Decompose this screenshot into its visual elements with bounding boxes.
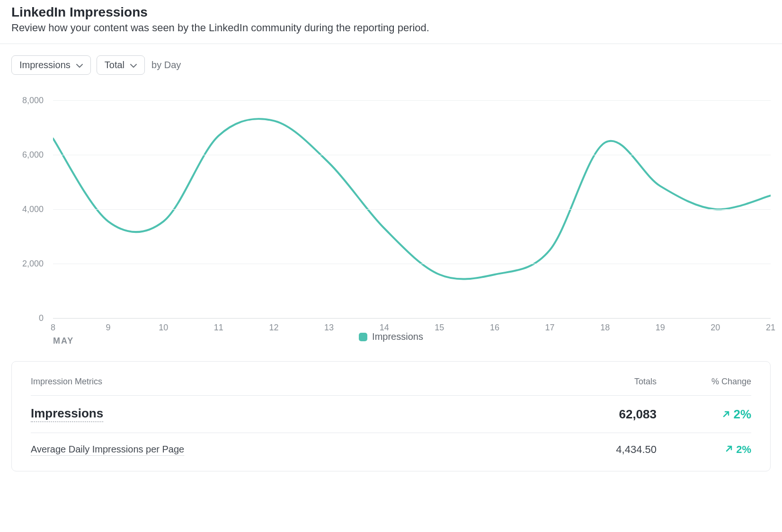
- total-dropdown-label: Total: [105, 60, 124, 71]
- y-axis: 02,0004,0006,0008,000: [11, 100, 48, 304]
- controls-row: Impressions Total by Day: [0, 44, 782, 75]
- page-subtitle: Review how your content was seen by the …: [11, 22, 771, 34]
- chevron-down-icon: [76, 60, 83, 71]
- page-root: LinkedIn Impressions Review how your con…: [0, 0, 782, 532]
- granularity-label: by Day: [151, 60, 181, 71]
- x-tick-label: 19: [656, 323, 665, 333]
- metrics-row: Impressions62,0832%: [31, 396, 751, 433]
- col-change-header: % Change: [657, 377, 751, 387]
- metric-dropdown-label: Impressions: [19, 60, 71, 71]
- x-tick-label: 18: [600, 323, 610, 333]
- col-total-header: Totals: [562, 377, 657, 387]
- metric-change-value: 2%: [733, 407, 751, 422]
- metric-change: 2%: [657, 443, 751, 456]
- gridline: [53, 209, 771, 210]
- y-tick-label: 4,000: [22, 204, 44, 214]
- series-line: [53, 119, 771, 279]
- metric-name: Impressions: [31, 406, 103, 422]
- gridline: [53, 264, 771, 264]
- total-dropdown[interactable]: Total: [97, 55, 145, 75]
- col-name-header: Impression Metrics: [31, 377, 562, 387]
- x-tick-label: 9: [106, 323, 111, 333]
- metric-change: 2%: [657, 407, 751, 422]
- metrics-card: Impression Metrics Totals % Change Impre…: [11, 361, 771, 471]
- arrow-up-icon: [725, 443, 733, 456]
- x-tick-label: 11: [214, 323, 223, 333]
- metric-dropdown[interactable]: Impressions: [11, 55, 91, 75]
- x-tick-label: 8: [51, 323, 55, 333]
- metrics-row: Average Daily Impressions per Page4,434.…: [31, 433, 751, 460]
- metric-change-value: 2%: [736, 443, 751, 456]
- page-title: LinkedIn Impressions: [11, 5, 771, 20]
- x-tick-label: 21: [766, 323, 775, 333]
- metric-name: Average Daily Impressions per Page: [31, 444, 184, 456]
- gridline: [53, 318, 771, 319]
- metric-total: 62,083: [562, 407, 657, 422]
- metrics-body: Impressions62,0832%Average Daily Impress…: [31, 396, 751, 460]
- metrics-header-row: Impression Metrics Totals % Change: [31, 362, 751, 396]
- y-tick-label: 6,000: [22, 150, 44, 160]
- x-axis: 89101112131415161718192021MAY: [53, 323, 771, 351]
- x-axis-month-label: MAY: [53, 336, 74, 346]
- x-tick-label: 10: [159, 323, 168, 333]
- y-tick-label: 2,000: [22, 259, 44, 269]
- section-header: LinkedIn Impressions Review how your con…: [0, 0, 782, 44]
- x-tick-label: 13: [324, 323, 334, 333]
- x-tick-label: 12: [269, 323, 278, 333]
- y-tick-label: 0: [39, 313, 44, 323]
- gridline: [53, 100, 771, 101]
- plot-area: 89101112131415161718192021MAY: [53, 100, 771, 318]
- x-tick-label: 14: [380, 323, 389, 333]
- metric-total: 4,434.50: [562, 443, 657, 456]
- y-tick-label: 8,000: [22, 96, 44, 106]
- x-tick-label: 15: [435, 323, 444, 333]
- gridline: [53, 155, 771, 155]
- arrow-up-icon: [722, 407, 730, 422]
- chevron-down-icon: [130, 60, 137, 71]
- x-tick-label: 16: [490, 323, 499, 333]
- x-tick-label: 17: [545, 323, 555, 333]
- chart-container: 02,0004,0006,0008,000 891011121314151617…: [11, 100, 771, 318]
- x-tick-label: 20: [711, 323, 720, 333]
